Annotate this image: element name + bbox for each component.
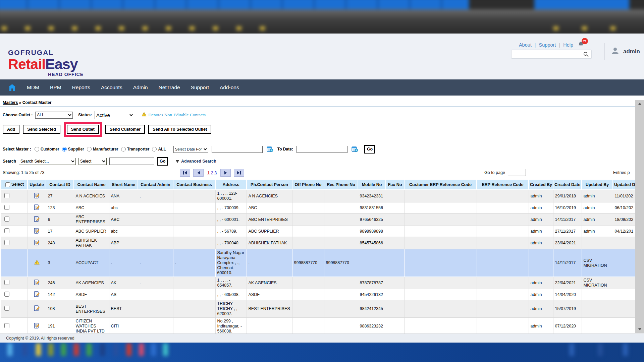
status-select[interactable]: Active <box>95 111 134 119</box>
breadcrumb-parent[interactable]: Masters <box>3 100 18 105</box>
row-select-checkbox[interactable] <box>4 292 9 297</box>
cell-erp-reference-code <box>477 277 529 289</box>
nav-item-bpm[interactable]: BPM <box>50 84 61 90</box>
bell-icon[interactable]: 71 <box>578 41 584 49</box>
update-icon[interactable] <box>34 204 40 210</box>
row-select-checkbox[interactable] <box>4 228 9 233</box>
scroll-down-icon[interactable] <box>635 325 644 333</box>
goto-page-input[interactable] <box>508 169 526 176</box>
search-input[interactable] <box>109 158 154 165</box>
update-cell <box>28 214 46 226</box>
update-icon[interactable] <box>34 280 40 285</box>
column-header-created-date: Created Date <box>553 180 582 190</box>
update-icon[interactable] <box>34 216 40 222</box>
to-date-input[interactable] <box>297 146 347 153</box>
cell-address: , , - 700009. <box>215 202 247 214</box>
cell-short-name: . <box>109 249 138 277</box>
update-icon[interactable] <box>34 323 40 328</box>
master-radio-transporter[interactable] <box>121 147 126 152</box>
master-option-customer[interactable]: Customer <box>35 147 59 152</box>
header-link-about[interactable]: About <box>519 42 532 48</box>
from-date-input[interactable] <box>212 146 263 153</box>
pager-first-icon[interactable] <box>180 169 190 177</box>
cell-contact-id: 27 <box>46 190 74 202</box>
cell-contact-name: ABC <box>74 202 109 214</box>
header-link-support[interactable]: Support <box>539 42 556 48</box>
cell-created-date: 07/12/2020 <box>553 318 582 334</box>
nav-item-support[interactable]: Support <box>191 84 209 90</box>
search-operator-select[interactable]: Select <box>78 158 107 165</box>
master-radio-all[interactable] <box>152 147 157 152</box>
vertical-scrollbar[interactable] <box>635 100 644 333</box>
date-for-select[interactable]: Select Date For <box>173 146 208 153</box>
pager-page-3[interactable]: 3 <box>214 171 217 175</box>
row-select-checkbox[interactable] <box>4 280 9 285</box>
update-cell <box>28 202 46 214</box>
master-radio-manufacturer[interactable] <box>87 147 92 152</box>
browser-chrome-blur <box>0 0 644 34</box>
row-select-checkbox[interactable] <box>4 240 9 245</box>
calendar-icon[interactable] <box>267 146 273 152</box>
action-button-add[interactable]: Add <box>3 125 19 134</box>
row-select-checkbox[interactable] <box>4 193 9 198</box>
pager-last-icon[interactable] <box>234 169 244 177</box>
action-buttons: AddSend SelectedSend OutletSend Customer… <box>3 122 641 137</box>
master-option-transporter[interactable]: Transporter <box>121 147 150 152</box>
choose-outlet-select[interactable]: ALL <box>35 112 73 119</box>
row-select-checkbox[interactable] <box>4 323 9 328</box>
action-button-send-outlet[interactable]: Send Outlet <box>67 125 99 134</box>
app-header: GOFRUGAL RetailEasy HEAD OFFICE About|Su… <box>0 34 644 79</box>
home-icon[interactable] <box>8 84 16 91</box>
nav-item-reports[interactable]: Reports <box>72 84 90 90</box>
row-select-checkbox[interactable] <box>4 306 9 311</box>
user-menu[interactable]: admin <box>604 43 640 60</box>
action-button-send-all-to-selected-outlet[interactable]: Send All To Selected Outlet <box>148 125 211 134</box>
master-radio-customer[interactable] <box>35 147 39 152</box>
search-go-button[interactable]: Go <box>157 157 168 166</box>
action-button-send-customer[interactable]: Send Customer <box>105 125 145 134</box>
pager-prev-icon[interactable] <box>193 169 204 177</box>
cell-off-phone-no <box>292 318 324 334</box>
choose-outlet-label: Choose Outlet : <box>3 113 33 117</box>
scroll-up-icon[interactable] <box>635 100 644 108</box>
search-field-select[interactable]: Search Select... <box>19 158 76 165</box>
nav-item-add-ons[interactable]: Add-ons <box>220 84 239 90</box>
row-select-checkbox[interactable] <box>4 217 9 222</box>
update-icon[interactable] <box>34 240 40 245</box>
link-separator: | <box>535 42 536 48</box>
action-button-send-selected[interactable]: Send Selected <box>23 125 60 134</box>
cell-address: 1 . , ., 123-600001. <box>215 190 247 202</box>
calendar-icon[interactable] <box>352 146 358 152</box>
nav-item-accounts[interactable]: Accounts <box>101 84 122 90</box>
pager-page-2[interactable]: 2 <box>211 171 213 175</box>
cell-ph-contact-person: ABC ENTERPRISES <box>247 214 292 226</box>
cell-contact-business <box>173 190 215 202</box>
select-all-checkbox[interactable] <box>5 182 10 187</box>
nav-item-admin[interactable]: Admin <box>133 84 148 90</box>
cell-contact-name: CITIZEN WATCHES INDIA PVT LTD <box>74 318 109 334</box>
update-icon[interactable] <box>34 193 40 198</box>
master-option-manufacturer[interactable]: Manufacturer <box>87 147 118 152</box>
search-icon[interactable] <box>583 52 589 57</box>
master-option-supplier[interactable]: Supplier <box>62 147 84 152</box>
update-icon[interactable] <box>34 291 40 297</box>
advanced-search-toggle[interactable]: Advanced Search <box>176 158 216 164</box>
pager-page-1[interactable]: 1 <box>207 171 210 175</box>
column-label: Res Phone No <box>327 182 355 187</box>
column-label: Off Phone No <box>295 182 322 187</box>
cell-created-by: admin <box>529 300 553 318</box>
master-option-all[interactable]: ALL <box>152 147 166 152</box>
nav-item-mdm[interactable]: MDM <box>27 84 39 90</box>
update-cell <box>28 237 46 249</box>
select-cell <box>1 202 28 214</box>
cell-address: Sarathy Nagar Narayana Complex , ., Chen… <box>215 249 247 277</box>
row-select-checkbox[interactable] <box>4 205 9 210</box>
header-search-input[interactable] <box>512 50 583 58</box>
update-icon[interactable] <box>34 228 40 234</box>
date-go-button[interactable]: Go <box>364 145 375 154</box>
pager-next-icon[interactable] <box>220 169 231 177</box>
master-radio-supplier[interactable] <box>62 147 67 152</box>
nav-item-nettrade[interactable]: NetTrade <box>159 84 180 90</box>
header-link-help[interactable]: Help <box>563 42 573 48</box>
update-icon[interactable] <box>34 305 40 311</box>
